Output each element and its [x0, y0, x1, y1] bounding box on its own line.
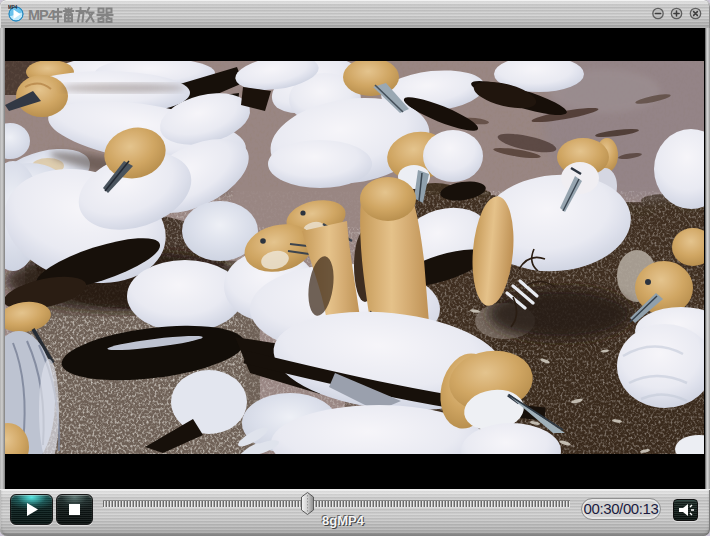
- svg-text:MP4: MP4: [28, 7, 56, 23]
- svg-text:MP4: MP4: [8, 5, 18, 10]
